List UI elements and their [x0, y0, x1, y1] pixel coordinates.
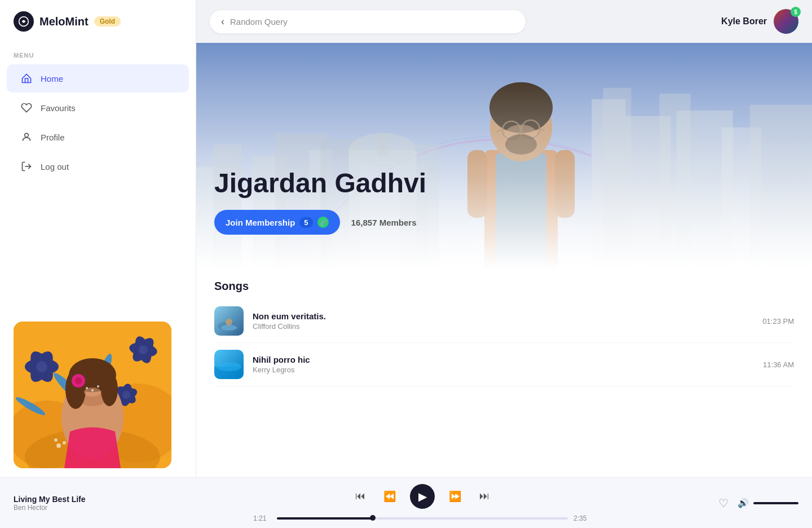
- home-label: Home: [41, 74, 63, 83]
- user-name: Kyle Borer: [721, 16, 767, 27]
- svg-point-30: [86, 387, 88, 389]
- progress-bar[interactable]: [277, 517, 568, 520]
- svg-rect-68: [196, 43, 812, 269]
- logo-icon: [14, 11, 34, 32]
- play-pause-button[interactable]: ▶: [410, 484, 435, 509]
- song-artist: Clifford Collins: [253, 322, 762, 331]
- svg-point-28: [75, 377, 82, 384]
- song-title: Nihil porro hic: [253, 355, 763, 364]
- svg-point-18: [122, 391, 130, 399]
- song-time: 01:23 PM: [762, 317, 794, 325]
- sidebar-item-home[interactable]: Home: [7, 64, 189, 93]
- sidebar-nav: Home Favourits Profile Log out: [0, 63, 196, 182]
- song-thumbnail: [214, 350, 244, 379]
- skip-end-button[interactable]: ⏭: [475, 487, 493, 505]
- heart-icon: [20, 102, 33, 114]
- song-artist: Kerry Legros: [253, 366, 763, 374]
- top-bar: ‹ Kyle Borer $: [196, 0, 812, 43]
- app-name: MeloMint: [39, 15, 89, 28]
- player-track-title: Living My Best Life: [14, 495, 126, 504]
- svg-point-34: [63, 441, 66, 445]
- song-item[interactable]: Non eum veritatis. Clifford Collins 01:2…: [214, 300, 794, 343]
- player-right: ♡ 🔊: [718, 496, 798, 510]
- sidebar: MeloMint Gold MENU Home Favourits: [0, 0, 196, 477]
- main-content: ‹ Kyle Borer $: [196, 0, 812, 477]
- player-track-artist: Ben Hector: [14, 504, 126, 512]
- sidebar-item-logout[interactable]: Log out: [7, 152, 189, 181]
- song-time: 11:36 AM: [763, 360, 794, 369]
- songs-heading: Songs: [214, 269, 794, 300]
- song-info: Non eum veritatis. Clifford Collins: [253, 311, 762, 331]
- back-icon[interactable]: ‹: [221, 16, 224, 28]
- user-area: Kyle Borer $: [721, 9, 798, 34]
- svg-point-1: [25, 133, 29, 137]
- svg-point-71: [221, 325, 237, 331]
- svg-point-33: [56, 443, 61, 448]
- progress-fill: [277, 517, 373, 520]
- svg-point-10: [36, 361, 47, 372]
- plan-badge: Gold: [94, 16, 121, 27]
- total-time: 2:35: [573, 514, 592, 522]
- song-info: Nihil porro hic Kerry Legros: [253, 355, 763, 374]
- volume-icon: 🔊: [738, 498, 749, 508]
- sidebar-item-favourits[interactable]: Favourits: [7, 94, 189, 122]
- join-membership-button[interactable]: Join Membership 5 🔗: [214, 210, 340, 235]
- artist-name: Jigardan Gadhvi: [214, 169, 426, 199]
- favourits-label: Favourits: [41, 103, 76, 113]
- logout-icon: [20, 160, 33, 173]
- fast-forward-button[interactable]: ⏩: [446, 487, 464, 505]
- search-input[interactable]: [230, 17, 514, 27]
- svg-point-31: [97, 385, 99, 388]
- volume-area: 🔊: [738, 498, 798, 508]
- join-label: Join Membership: [226, 218, 295, 227]
- svg-point-35: [54, 438, 58, 442]
- rewind-button[interactable]: ⏪: [381, 487, 399, 505]
- player-bar: Living My Best Life Ben Hector ⏮ ⏪ ▶ ⏩ ⏭…: [0, 477, 812, 528]
- svg-point-32: [91, 389, 94, 391]
- profile-icon: [20, 131, 33, 143]
- progress-area: 1:21 2:35: [253, 514, 592, 522]
- svg-point-26: [101, 372, 118, 406]
- sidebar-item-profile[interactable]: Profile: [7, 123, 189, 151]
- sidebar-album: [14, 322, 182, 477]
- favorite-button[interactable]: ♡: [718, 496, 729, 510]
- join-icon: 🔗: [317, 217, 329, 228]
- sidebar-header: MeloMint Gold: [0, 0, 196, 43]
- song-title: Non eum veritatis.: [253, 311, 762, 321]
- dollar-badge: $: [791, 7, 801, 17]
- svg-point-14: [139, 345, 148, 354]
- logout-label: Log out: [41, 162, 69, 171]
- svg-point-75: [217, 362, 241, 371]
- join-count: 5: [299, 217, 312, 228]
- current-time: 1:21: [253, 514, 271, 522]
- skip-start-button[interactable]: ⏮: [351, 487, 369, 505]
- song-item[interactable]: Nihil porro hic Kerry Legros 11:36 AM: [214, 343, 794, 386]
- hero-content: Jigardan Gadhvi Join Membership 5 🔗 16,8…: [214, 169, 426, 235]
- profile-label: Profile: [41, 133, 65, 142]
- album-art: [14, 322, 171, 468]
- menu-label: MENU: [0, 43, 196, 63]
- song-thumbnail: [214, 306, 244, 336]
- hero-actions: Join Membership 5 🔗 16,857 Members: [214, 210, 426, 235]
- volume-slider[interactable]: [753, 502, 798, 504]
- home-icon: [20, 72, 33, 85]
- hero-section: Jigardan Gadhvi Join Membership 5 🔗 16,8…: [196, 43, 812, 269]
- user-avatar-wrapper: $: [774, 9, 798, 34]
- songs-section: Songs: [196, 269, 812, 477]
- search-bar[interactable]: ‹: [210, 10, 526, 33]
- player-buttons: ⏮ ⏪ ▶ ⏩ ⏭: [351, 484, 493, 509]
- player-track-info: Living My Best Life Ben Hector: [14, 495, 126, 512]
- svg-point-72: [226, 319, 232, 325]
- members-count: 16,857 Members: [351, 218, 417, 227]
- player-controls: ⏮ ⏪ ▶ ⏩ ⏭ 1:21 2:35: [138, 484, 707, 522]
